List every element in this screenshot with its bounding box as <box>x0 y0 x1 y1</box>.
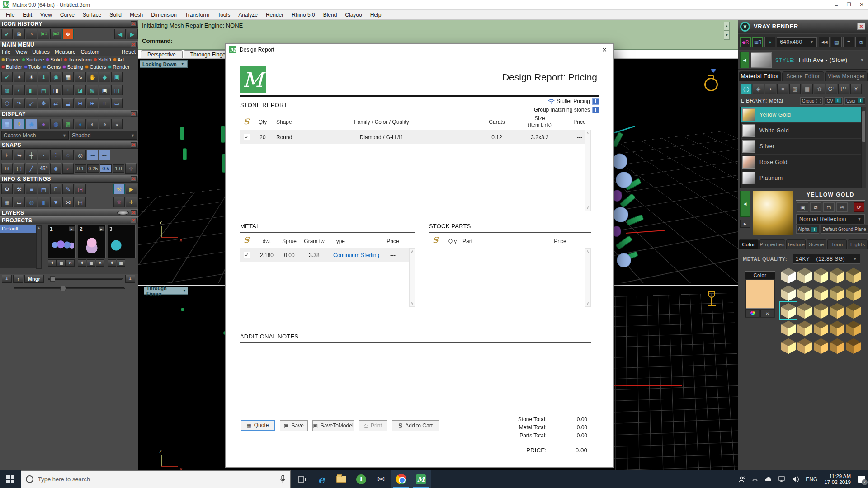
project-save-icon[interactable]: ▦ <box>117 259 125 267</box>
gold-shade-swatch[interactable] <box>830 285 845 301</box>
project-thumb-2[interactable]: 2 ▶ <box>78 225 106 258</box>
funnel-icon[interactable]: ▼ <box>50 197 61 207</box>
snap-cube-icon[interactable]: ▢ <box>14 163 25 174</box>
hand-icon[interactable]: ✋ <box>87 72 98 82</box>
chip-icon[interactable]: ▦ <box>62 72 74 82</box>
gears-icon[interactable]: ⚙ <box>1 184 13 194</box>
book-icon[interactable]: ▮ <box>38 197 49 207</box>
tab-properties[interactable]: Properties <box>760 239 785 249</box>
close-icon[interactable]: ✕ <box>131 218 137 223</box>
notes-icon[interactable]: ▤ <box>38 184 49 194</box>
gold-shade-swatch[interactable] <box>781 303 796 319</box>
sun-icon[interactable]: ☀ <box>26 72 37 82</box>
add-to-cart-button[interactable]: SAdd to Cart <box>392 420 439 431</box>
menu-item-render[interactable]: Render <box>262 11 288 19</box>
mesh-quality-select[interactable]: Coarse Mesh▼ <box>1 131 69 140</box>
close-icon[interactable]: ✕ <box>131 111 137 117</box>
tab-color[interactable]: Color <box>739 239 759 249</box>
current-color-swatch[interactable] <box>746 280 774 309</box>
menu-item-transform[interactable]: Transform <box>181 11 213 19</box>
panel-split-slider[interactable] <box>14 287 125 289</box>
clock[interactable]: 11:29 AM 17-02-2019 <box>824 474 851 485</box>
curve-icon[interactable]: ⤢ <box>26 98 37 108</box>
menu-item-surface[interactable]: Surface <box>79 11 105 19</box>
stock-table-scrollbar[interactable]: ∧∨ <box>585 248 591 307</box>
flag-1-icon[interactable]: ⚑¹ <box>38 29 49 39</box>
gold-shade-swatch[interactable] <box>813 285 829 301</box>
play-box-icon[interactable]: ▶ <box>126 184 137 194</box>
project-save-icon[interactable]: ▦ <box>87 259 95 267</box>
gold-shade-swatch[interactable] <box>846 338 861 354</box>
quad-icon[interactable]: ▩ <box>62 119 74 129</box>
bulb-icon[interactable]: ☀ <box>850 84 862 94</box>
collapse-arrow-icon[interactable]: ◀ <box>740 191 750 217</box>
gold-shade-swatch[interactable] <box>781 320 796 337</box>
project-add-button[interactable]: + <box>2 275 12 283</box>
snap-cen-icon[interactable]: ⁚ <box>50 150 61 160</box>
save-material-icon[interactable]: ▣ <box>797 202 808 212</box>
gold-shade-swatch[interactable] <box>846 285 861 301</box>
gv-toggle[interactable]: GVI <box>825 97 842 105</box>
category-cutters[interactable]: Cutters <box>85 64 106 70</box>
gold-shade-swatch[interactable] <box>797 285 812 301</box>
project-delete-icon[interactable]: ✕ <box>66 259 75 267</box>
project-list-item[interactable]: Default <box>0 225 36 233</box>
group-toggle[interactable]: Group <box>800 97 823 105</box>
drop-icon[interactable]: ⬇ <box>38 72 49 82</box>
snap-diag-icon[interactable]: ╱ <box>26 163 37 174</box>
group-matching-stones-link[interactable]: Group matching stones <box>534 107 590 113</box>
chevron-up-icon[interactable] <box>752 478 758 481</box>
menu-item-rhino-5-0[interactable]: Rhino 5.0 <box>288 11 319 19</box>
paint-icon[interactable]: ◆ <box>99 72 110 82</box>
tab-material-editor[interactable]: Material Editor <box>739 71 781 81</box>
globe-icon[interactable]: ◍ <box>50 119 61 129</box>
taskbar-file-explorer[interactable] <box>331 470 351 488</box>
scroll-icon[interactable]: 🗒 <box>50 184 61 194</box>
metal-quality-select[interactable]: 14KY(12.88 SG)▼ <box>793 254 860 264</box>
tab-toon[interactable]: Toon <box>827 239 847 249</box>
material-preview-image[interactable] <box>753 191 793 235</box>
user-toggle[interactable]: UserI <box>844 97 865 105</box>
refresh-icon[interactable]: ⟳ <box>854 202 864 212</box>
shell-icon[interactable]: ◔ <box>26 29 37 39</box>
chevron-down-icon[interactable]: ▼ <box>860 57 864 62</box>
notes-input[interactable] <box>240 344 591 412</box>
project-save-icon[interactable]: ▦ <box>57 259 66 267</box>
material-list-scrollbar[interactable] <box>861 107 866 188</box>
category-gems[interactable]: Gems <box>42 64 61 70</box>
wire-sphere-icon[interactable]: ◍ <box>26 197 37 207</box>
sphere-shaded-icon[interactable]: ◉ <box>26 119 37 129</box>
eye-icon[interactable]: ◉ <box>50 72 61 82</box>
category-setting[interactable]: Setting <box>62 64 83 70</box>
rotate-icon[interactable]: ⬓ <box>62 98 74 108</box>
history-forward-icon[interactable]: ▶ <box>127 29 138 39</box>
project-thumb-3[interactable]: 3 <box>108 225 136 258</box>
close-icon[interactable]: ✕ <box>131 21 137 27</box>
hatch-icon[interactable]: ∿ <box>75 72 86 82</box>
menu-measure[interactable]: Measure <box>55 49 76 55</box>
volume-icon[interactable] <box>792 476 799 482</box>
microphone-icon[interactable] <box>280 475 286 483</box>
weigh-icon[interactable]: ◪ <box>75 85 86 95</box>
flag-2-icon[interactable]: ⚑² <box>50 29 61 39</box>
category-solid[interactable]: Solid <box>46 57 62 62</box>
resolution-select[interactable]: 640x480▼ <box>777 37 817 47</box>
close-icon[interactable]: ✕ <box>131 42 137 47</box>
flower-mat-icon[interactable]: ✿ <box>814 84 825 94</box>
menu-item-analyze[interactable]: Analyze <box>234 11 262 19</box>
menu-custom[interactable]: Custom <box>81 49 99 55</box>
stone-table-scrollbar[interactable]: ∧∨ <box>585 130 591 211</box>
alpha-toggle[interactable]: AlphaI <box>796 225 819 234</box>
snap-axis-icon[interactable]: ⟀ <box>62 163 74 174</box>
cage-icon[interactable]: ⌗ <box>99 98 110 108</box>
stuller-pricing-link[interactable]: Stuller Pricing <box>548 98 590 104</box>
probe-icon[interactable]: ◫ <box>111 85 123 95</box>
calc-icon[interactable]: ± <box>62 85 74 95</box>
image-icon[interactable]: ▣ <box>111 72 123 82</box>
menu-item-help[interactable]: Help <box>366 11 386 19</box>
snap-diamond-icon[interactable]: ◈ <box>50 163 61 174</box>
reflection-select[interactable]: Normal Reflection▼ <box>796 214 865 224</box>
gold-shade-swatch[interactable] <box>797 320 812 337</box>
gold-shade-swatch[interactable] <box>797 303 812 319</box>
close-icon[interactable]: ✕ <box>131 210 137 216</box>
